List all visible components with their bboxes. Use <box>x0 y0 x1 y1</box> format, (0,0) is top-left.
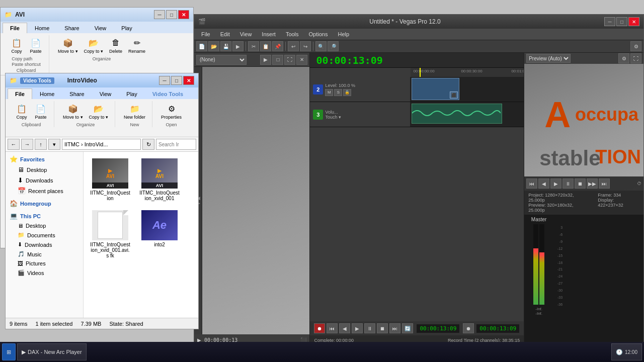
redo-btn[interactable]: ↪ <box>300 41 311 51</box>
r-prev-frame[interactable]: ◀ <box>538 178 549 189</box>
forward-btn[interactable]: → <box>21 139 33 150</box>
menu-help[interactable]: Help <box>334 30 353 39</box>
track-solo[interactable]: S <box>334 89 342 96</box>
menu-tools[interactable]: Tools <box>282 30 303 39</box>
minimize-btn[interactable]: ─ <box>159 76 170 85</box>
track-lock[interactable]: 🔒 <box>343 89 351 96</box>
tab-view-back[interactable]: View <box>87 23 114 33</box>
menu-insert[interactable]: Insert <box>258 30 280 39</box>
zoom-in-btn[interactable]: 🔍 <box>315 41 327 51</box>
scrub-btn[interactable]: ⏺ <box>463 323 474 333</box>
new-folder-btn[interactable]: 📁 New folder <box>121 101 148 121</box>
taskbar-dax[interactable]: ▶ DAX - New Arc Player <box>17 343 87 360</box>
r-stop[interactable]: ⏹ <box>575 178 586 189</box>
tab-play[interactable]: Play <box>119 88 144 99</box>
paste-btn-back[interactable]: 📄 Paste <box>27 35 45 55</box>
maximize-btn-back[interactable]: □ <box>166 10 177 19</box>
close-btn[interactable]: ✕ <box>183 76 194 85</box>
rewind-btn[interactable]: ⏮ <box>327 323 338 333</box>
minimize-btn-back[interactable]: ─ <box>154 10 165 19</box>
r-play[interactable]: ▶ <box>550 178 561 189</box>
rename-btn[interactable]: ✏ Rename <box>126 35 148 55</box>
r-next-frame[interactable]: ▶▶ <box>587 178 598 189</box>
close-btn-back[interactable]: ✕ <box>178 10 189 19</box>
file-item-2[interactable]: ▶AVI AVI IITMC_IntroQuest ion_xvid_001 <box>137 156 182 204</box>
play-back-btn[interactable]: ◀ <box>339 323 350 333</box>
search-input[interactable] <box>156 139 196 150</box>
copy-to-btn2[interactable]: 📂 Copy to ▾ <box>87 101 111 121</box>
maximize-btn[interactable]: □ <box>171 76 182 85</box>
preview-icon1[interactable]: ▶ <box>260 55 271 65</box>
r-ff[interactable]: ⏭ <box>599 178 610 189</box>
file-item-3[interactable]: IITMC_IntroQuest ion_xvid_001.avi.s fk <box>88 208 133 261</box>
sidebar-desktop[interactable]: 🖥 Desktop <box>6 164 83 175</box>
move-to-btn[interactable]: 📦 Move to ▾ <box>55 35 80 55</box>
sidebar-desktop2[interactable]: 🖥 Desktop <box>6 221 83 230</box>
menu-options[interactable]: Options <box>305 30 332 39</box>
preview-icon4[interactable]: ✕ <box>296 55 307 65</box>
record-btn[interactable]: ⏺ <box>314 323 325 333</box>
tab-video-tools[interactable]: Video Tools <box>145 88 191 99</box>
r-play-back[interactable]: ⏮ <box>526 178 537 189</box>
address-input[interactable] <box>62 139 141 150</box>
tab-view[interactable]: View <box>92 88 119 99</box>
loop-btn[interactable]: 🔄 <box>402 323 413 333</box>
preview-icon3[interactable]: ⛶ <box>284 55 295 65</box>
tab-share[interactable]: Share <box>62 88 92 99</box>
settings-btn[interactable]: ⚙ <box>630 41 641 51</box>
start-btn[interactable]: ⊞ <box>2 343 16 360</box>
sidebar-music[interactable]: 🎵 Music <box>6 249 83 259</box>
stop-btn[interactable]: ⏹ <box>377 323 388 333</box>
tab-file[interactable]: File <box>8 88 32 99</box>
audio-clip-1[interactable] <box>412 104 502 124</box>
video-clip-1[interactable]: ⬛ <box>412 78 459 100</box>
file-item-1[interactable]: ▶AVI AVI IITMC_IntroQuest ion <box>88 156 133 204</box>
vegas-close[interactable]: ✕ <box>628 17 639 26</box>
sidebar-videos[interactable]: 🎬 Videos <box>6 268 83 278</box>
tab-play-back[interactable]: Play <box>114 23 139 33</box>
new-proj-btn[interactable]: 📄 <box>196 41 207 51</box>
move-to-btn2[interactable]: 📦 Move to ▾ <box>60 101 86 121</box>
copy-to-btn[interactable]: 📂 Copy to ▾ <box>82 35 106 55</box>
clip-handle[interactable]: ⬛ <box>450 92 458 99</box>
copy-btn-back[interactable]: 📋 Copy <box>8 35 26 55</box>
sidebar-recent[interactable]: 📅 Recent places <box>6 186 83 196</box>
vegas-minimize[interactable]: ─ <box>604 17 615 26</box>
recent-btn[interactable]: ▾ <box>48 139 60 150</box>
copy-tool-btn[interactable]: 📋 <box>260 41 271 51</box>
tab-share-back[interactable]: Share <box>57 23 87 33</box>
play-btn[interactable]: ▶ <box>352 323 363 333</box>
menu-edit[interactable]: Edit <box>216 30 234 39</box>
properties-btn[interactable]: ⚙ Properties <box>158 101 184 121</box>
ff-btn[interactable]: ⏭ <box>389 323 400 333</box>
tab-home-back[interactable]: Home <box>27 23 57 33</box>
tab-home[interactable]: Home <box>32 88 62 99</box>
system-tray[interactable]: 🕐 12:00 <box>611 343 642 360</box>
undo-btn[interactable]: ↩ <box>288 41 299 51</box>
paste-btn[interactable]: 📄 Paste <box>32 101 50 121</box>
preview-none-select[interactable]: (None) <box>196 55 247 65</box>
copy-btn[interactable]: 📋 Copy <box>13 101 31 121</box>
menu-view[interactable]: View <box>236 30 256 39</box>
file-item-4[interactable]: Ae into2 <box>137 208 182 261</box>
vegas-maximize[interactable]: □ <box>616 17 627 26</box>
sidebar-downloads2[interactable]: ⬇ Downloads <box>6 240 83 249</box>
preview-icon2[interactable]: □ <box>272 55 283 65</box>
menu-file[interactable]: File <box>197 30 214 39</box>
cut-btn[interactable]: ✂ <box>248 41 259 51</box>
back-btn[interactable]: ← <box>8 139 20 150</box>
delete-btn[interactable]: 🗑 Delete <box>107 35 125 55</box>
open-btn[interactable]: 📂 <box>208 41 219 51</box>
preview-full[interactable]: ⛶ <box>630 53 641 63</box>
zoom-out-btn[interactable]: 🔎 <box>328 41 339 51</box>
tab-file-back[interactable]: File <box>3 23 27 33</box>
up-btn[interactable]: ↑ <box>35 139 47 150</box>
pause-btn[interactable]: ⏸ <box>364 323 375 333</box>
preview-settings[interactable]: ⚙ <box>618 53 629 63</box>
save-btn[interactable]: 💾 <box>220 41 231 51</box>
sidebar-pictures[interactable]: 🖼 Pictures <box>6 259 83 268</box>
r-pause[interactable]: ⏸ <box>562 178 574 189</box>
sidebar-downloads[interactable]: ⬇ Downloads <box>6 175 83 186</box>
sidebar-documents[interactable]: 📁 Documents <box>6 230 83 240</box>
track-mute[interactable]: M <box>325 89 333 96</box>
